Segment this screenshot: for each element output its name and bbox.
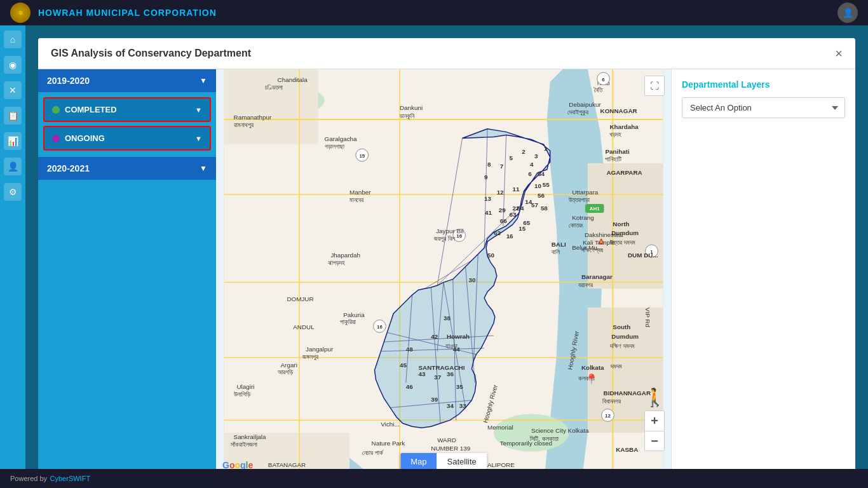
svg-text:4: 4 — [530, 161, 534, 168]
zoom-in-button[interactable]: + — [644, 410, 665, 431]
year-label-2020-2021: 2020-2021 — [47, 163, 90, 173]
status-left-ongoing: ONGOING — [52, 133, 105, 143]
svg-text:54: 54 — [538, 170, 545, 177]
svg-text:34: 34 — [447, 402, 454, 409]
svg-text:Howrah: Howrah — [447, 333, 470, 340]
svg-text:57: 57 — [531, 201, 538, 208]
modal-overlay: GIS Analysis of Conservancy Department ×… — [25, 25, 868, 488]
ongoing-dot — [52, 135, 60, 142]
document-sidebar-icon[interactable]: 📋 — [4, 107, 22, 125]
street-view-button[interactable]: 🚶 — [644, 381, 665, 413]
home-sidebar-icon[interactable]: ⌂ — [4, 30, 22, 48]
svg-text:ঝাপড়দহ: ঝাপড়দহ — [328, 259, 345, 266]
svg-text:15: 15 — [359, 153, 365, 159]
zoom-out-button[interactable]: − — [644, 431, 665, 451]
svg-text:North: North — [613, 220, 629, 227]
svg-text:DOMJUR: DOMJUR — [287, 295, 313, 302]
svg-text:Dumdum: Dumdum — [611, 333, 639, 340]
departmental-layers-dropdown[interactable]: Select An Option — [682, 97, 845, 118]
svg-text:VIP Rd: VIP Rd — [644, 308, 651, 327]
svg-text:ANDUL: ANDUL — [293, 323, 315, 330]
svg-text:মানবের: মানবের — [349, 196, 363, 203]
svg-text:উলাগিড়ি: উলাগিড়ি — [234, 391, 251, 398]
left-panel: 2019-2020 ▼ COMPLETED ▼ — [38, 69, 216, 483]
svg-text:39: 39 — [431, 396, 438, 403]
svg-text:AH1: AH1 — [590, 206, 600, 212]
expand-map-button[interactable]: ⛶ — [644, 76, 665, 96]
close-sidebar-icon[interactable]: ✕ — [4, 81, 22, 99]
svg-text:Garalgacha: Garalgacha — [325, 135, 357, 142]
svg-text:56: 56 — [538, 192, 545, 199]
svg-text:Baranagar: Baranagar — [581, 273, 613, 280]
svg-text:হাওড়া: হাওড়া — [445, 342, 458, 349]
svg-text:উত্তরপাড়া: উত্তরপাড়া — [569, 196, 590, 204]
year-chevron-2019-2020: ▼ — [200, 76, 207, 85]
map-type-map-button[interactable]: Map — [400, 453, 437, 470]
user-avatar-icon: 👤 — [843, 8, 853, 18]
svg-text:বালি: বালি — [552, 248, 560, 255]
svg-text:Ramanathpur: Ramanathpur — [234, 114, 272, 121]
svg-text:55: 55 — [543, 181, 550, 188]
svg-text:চণ্ডিতলা: চণ্ডিতলা — [265, 84, 283, 91]
map-type-satellite-button[interactable]: Satellite — [437, 453, 487, 470]
svg-text:বিধাননগর: বিধাননগর — [602, 398, 621, 405]
svg-text:64: 64 — [517, 205, 524, 212]
svg-text:DUM DU...: DUM DU... — [628, 252, 658, 259]
svg-text:46: 46 — [406, 383, 413, 390]
year-label-2019-2020: 2019-2020 — [47, 76, 90, 86]
svg-text:33: 33 — [459, 402, 466, 409]
status-item-completed[interactable]: COMPLETED ▼ — [43, 97, 211, 122]
year-header-2019-2020[interactable]: 2019-2020 ▼ — [38, 69, 216, 92]
completed-label: COMPLETED — [65, 105, 117, 114]
status-section-2019-2020: COMPLETED ▼ ONGOING ▼ — [38, 92, 216, 156]
svg-text:দক্ষিণেশ্বর: দক্ষিণেশ্বর — [581, 247, 603, 254]
svg-text:খড়দহ: খড়দহ — [609, 131, 621, 138]
svg-text:ডানকুনি: ডানকুনি — [400, 112, 415, 120]
svg-text:পানিহাটি: পানিহাটি — [605, 156, 622, 163]
svg-text:Chanditala: Chanditala — [278, 76, 308, 83]
cyberswift-link[interactable]: CyberSWIFT — [50, 475, 91, 482]
svg-text:58: 58 — [541, 205, 548, 212]
status-item-ongoing[interactable]: ONGOING ▼ — [43, 126, 211, 151]
svg-text:Pakuria: Pakuria — [343, 311, 365, 318]
svg-text:41: 41 — [485, 209, 492, 216]
svg-text:Science City Kolkata: Science City Kolkata — [531, 427, 589, 434]
map-type-toggle: Map Satellite — [400, 453, 487, 470]
svg-text:Jhapardah: Jhapardah — [330, 252, 360, 259]
svg-text:জয়পুর বিল: জয়পুর বিল — [434, 235, 456, 243]
svg-text:Khardaha: Khardaha — [609, 123, 639, 130]
svg-text:Kotrang: Kotrang — [572, 214, 594, 221]
left-sidebar: ⌂ ◉ ✕ 📋 📊 👤 ⚙ — [0, 25, 25, 488]
chart-sidebar-icon[interactable]: 📊 — [4, 132, 22, 150]
svg-text:Jaypur Bil: Jaypur Bil — [436, 227, 463, 234]
user-sidebar-icon[interactable]: 👤 — [4, 158, 22, 175]
svg-text:66: 66 — [500, 217, 507, 224]
top-bar: ⊙ HOWRAH MUNICIPAL CORPORATION 👤 — [0, 0, 868, 25]
svg-text:65: 65 — [523, 219, 530, 226]
modal-title: GIS Analysis of Conservancy Department — [51, 48, 251, 59]
svg-text:দক্ষিণ দমদম: দক্ষিণ দমদম — [609, 342, 635, 349]
year-header-2020-2021[interactable]: 2020-2021 ▼ — [38, 157, 216, 180]
svg-text:NUMBER 139: NUMBER 139 — [431, 445, 470, 452]
svg-text:সাঁকরাইলজলা: সাঁকরাইলজলা — [231, 441, 257, 448]
svg-text:পাকুরিয়া: পাকুরিয়া — [340, 318, 356, 326]
app-logo: ⊙ — [10, 3, 31, 23]
svg-text:ALIPORE: ALIPORE — [487, 461, 515, 468]
svg-text:48: 48 — [406, 346, 413, 353]
svg-text:গড়ালগাছা: গড়ালগাছা — [325, 143, 344, 150]
svg-text:আরগড়ি: আরগড়ি — [278, 369, 294, 376]
year-section-2020-2021: 2020-2021 ▼ — [38, 157, 216, 180]
settings-sidebar-icon[interactable]: ⚙ — [4, 183, 22, 201]
svg-text:35: 35 — [456, 383, 463, 390]
svg-text:30: 30 — [468, 276, 475, 283]
svg-text:Nature Park: Nature Park — [372, 440, 405, 447]
modal-close-button[interactable]: × — [835, 47, 843, 60]
svg-text:63: 63 — [510, 211, 517, 218]
powered-by-text: Powered by — [10, 475, 47, 482]
svg-text:5: 5 — [510, 154, 513, 161]
map-sidebar-icon[interactable]: ◉ — [4, 56, 22, 74]
svg-text:12: 12 — [605, 413, 611, 419]
svg-text:WARD: WARD — [437, 437, 456, 444]
svg-text:সিটি, কলকাতা: সিটি, কলকাতা — [530, 435, 558, 442]
bottom-bar: Powered by CyberSWIFT — [0, 469, 868, 488]
